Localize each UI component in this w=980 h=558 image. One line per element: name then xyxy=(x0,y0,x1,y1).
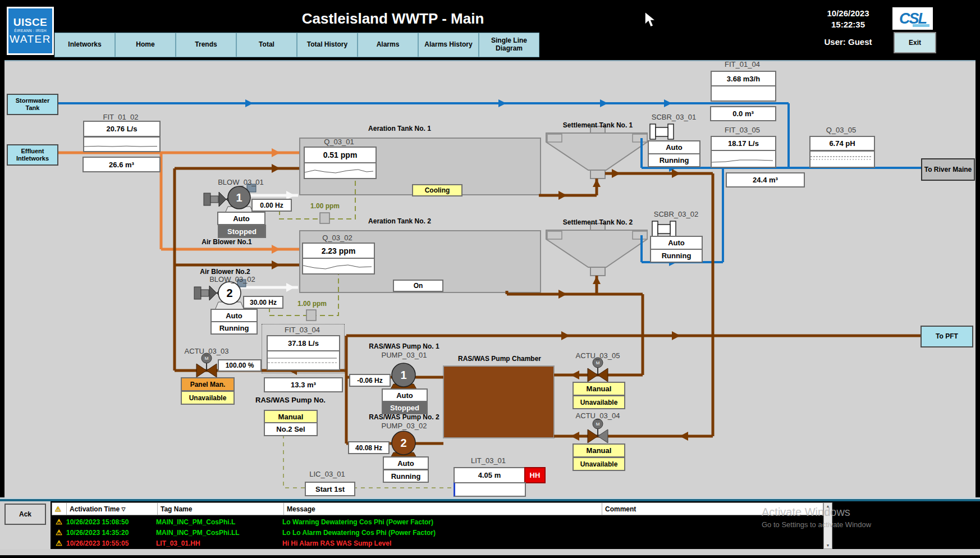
actu-03-05-state: Unavailable xyxy=(573,395,625,409)
q-03-01-trend xyxy=(304,162,377,179)
activate-windows-watermark: Activate Windows xyxy=(762,506,850,519)
actu-03-04-tag: ACTU_03_04 xyxy=(570,411,626,420)
ack-button[interactable]: Ack xyxy=(4,504,46,525)
actu-03-04-mode[interactable]: Manual xyxy=(573,443,625,458)
do-setpoint-node-1[interactable] xyxy=(320,213,329,223)
do-control-loop-1 xyxy=(280,177,355,219)
scbr-03-02-tag: SCBR_03_02 xyxy=(647,210,706,218)
col-message[interactable]: Message xyxy=(284,503,602,515)
bottom-strip xyxy=(0,549,980,555)
q-03-02-value: 2.23 ppm xyxy=(302,243,375,259)
warning-icon: ⚠ xyxy=(52,539,66,547)
blow-03-01-speed: 0.00 Hz xyxy=(251,199,292,212)
fit-01-04-total: 0.0 m³ xyxy=(710,106,776,121)
actu-03-03-tag: ACTU_03_03 xyxy=(178,347,235,355)
alarm-tag: LIT_03_01.HH xyxy=(156,539,282,547)
air-blower-2-icon[interactable]: 2 xyxy=(194,280,246,310)
pump-03-01-speed: -0.06 Hz xyxy=(349,374,391,387)
blow-03-02-mode[interactable]: Auto xyxy=(210,309,258,322)
alarm-row[interactable]: ⚠ 10/26/2023 10:55:05 LIT_03_01.HH Hi Hi… xyxy=(52,538,822,548)
actu-03-05-motor-label: M xyxy=(596,360,600,365)
scbr-03-01-mode[interactable]: Auto xyxy=(648,140,700,154)
actu-03-04-motor-label: M xyxy=(596,422,600,427)
q-03-05-tag: Q_03_05 xyxy=(809,126,873,134)
blower-2-number: 2 xyxy=(226,287,232,299)
scada-screen: UISCE ÉIREANN : IRISH WATER Castleisland… xyxy=(0,0,980,558)
col-tag-name[interactable]: Tag Name xyxy=(158,503,284,515)
sort-indicator-icon: ▽ xyxy=(121,506,125,512)
do-control-loop-2 xyxy=(269,273,338,315)
pump-03-02-mode[interactable]: Auto xyxy=(383,456,429,470)
fit-03-05-total: 24.4 m³ xyxy=(726,172,805,187)
ras-was-pump-1-name: RAS/WAS Pump No. 1 xyxy=(362,342,446,350)
fit-01-04-trend xyxy=(711,85,776,102)
air-blower-1-name: Air Blower No.1 xyxy=(199,238,255,246)
q-03-02-trend xyxy=(302,258,375,275)
scbr-03-02-mode[interactable]: Auto xyxy=(650,236,703,250)
scraper-1-icon[interactable] xyxy=(650,124,674,139)
fit-03-05-tag: FIT_03_05 xyxy=(711,126,774,134)
fit-01-04-tag: FIT_01_04 xyxy=(711,60,774,68)
fit-03-04-total: 13.3 m³ xyxy=(264,377,343,392)
blow-03-01-state: Stopped xyxy=(218,225,266,238)
node-to-river-maine[interactable]: To River Maine xyxy=(921,158,975,181)
settlement-tank-1[interactable] xyxy=(546,126,647,179)
do-setpoint-2: 1.00 ppm xyxy=(292,300,332,308)
alarm-time: 10/26/2023 15:08:50 xyxy=(66,518,156,526)
alarm-message: Hi Hi Alarm RAS WAS Sump Level xyxy=(282,539,599,547)
activate-windows-hint: Go to Settings to activate Window xyxy=(762,520,871,529)
node-stormwater-tank[interactable]: Stormwater Tank xyxy=(7,94,58,115)
aeration-tank-2-label: Aeration Tank No. 2 xyxy=(352,217,447,225)
aeration-tank-1-status: Cooling xyxy=(412,184,462,196)
lic-03-01-command: Start 1st xyxy=(305,482,355,496)
pump-03-01-state: Stopped xyxy=(382,401,428,414)
actu-03-04-state: Unavailable xyxy=(573,457,625,471)
col-activation-time[interactable]: Activation Time ▽ xyxy=(67,503,158,515)
blow-03-01-mode[interactable]: Auto xyxy=(217,212,265,225)
fit-01-02-total: 26.6 m³ xyxy=(83,157,161,172)
node-effluent-inletworks[interactable]: Effluent Intletworks xyxy=(7,144,58,166)
actu-03-05-valve-icon[interactable]: M xyxy=(588,358,608,382)
actu-03-05-tag: ACTU_03_05 xyxy=(570,351,626,360)
alarm-time: 10/26/2023 10:55:05 xyxy=(66,539,156,547)
fit-01-02-tag: FIT_01_02 xyxy=(83,113,158,121)
fit-01-02-trend xyxy=(83,136,161,152)
blow-03-01-tag: BLOW_03_01 xyxy=(215,178,267,186)
pump-03-02-state: Running xyxy=(383,469,429,483)
fit-03-05-value: 18.17 L/s xyxy=(711,136,776,151)
alarm-row[interactable]: ⚠ 10/26/2023 15:08:50 MAIN_INC_PM_CosPhi… xyxy=(52,516,822,527)
warning-icon: ⚠ xyxy=(52,503,67,515)
fit-01-04-value: 3.68 m3/h xyxy=(711,71,776,86)
pump-03-01-mode[interactable]: Auto xyxy=(382,388,428,402)
blow-03-02-state: Running xyxy=(210,321,258,335)
ras-was-pump-chamber-label: RAS/WAS Pump Chamber xyxy=(449,355,550,363)
alarm-row[interactable]: ⚠ 10/26/2023 14:35:20 MAIN_INC_PM_CosPhi… xyxy=(52,527,822,538)
actu-03-05-mode[interactable]: Manual xyxy=(573,382,625,396)
scbr-03-01-state: Running xyxy=(648,153,700,167)
pump-selector-label: RAS/WAS Pump No. xyxy=(247,396,334,404)
pump-selector-state: No.2 Sel xyxy=(264,422,318,436)
actu-03-03-mode[interactable]: Panel Man. xyxy=(181,377,235,391)
q-03-01-tag: Q_03_01 xyxy=(304,138,374,146)
ras-was-pump-chamber[interactable] xyxy=(443,366,554,438)
blow-03-02-tag: BLOW_03_02 xyxy=(207,275,258,283)
settlement-tank-2-label: Settlement Tank No. 2 xyxy=(558,218,637,226)
q-03-01-value: 0.51 ppm xyxy=(304,147,377,163)
air-blower-1-icon[interactable]: 1 xyxy=(204,184,256,214)
node-to-pft[interactable]: To PFT xyxy=(921,326,973,347)
alarm-message: Lo Lo Alarm Dewatering Cos Phi (Power Fa… xyxy=(282,529,599,537)
fit-03-05-trend xyxy=(711,150,776,168)
fit-03-04-value: 37.18 L/s xyxy=(267,335,340,351)
scroll-down-icon[interactable]: ▼ xyxy=(826,543,830,547)
pump-03-01-tag: PUMP_03_01 xyxy=(362,351,446,359)
lit-03-01-trend xyxy=(454,482,526,497)
actu-03-03-motor-label: M xyxy=(205,356,209,361)
settlement-tank-2[interactable] xyxy=(546,223,647,276)
do-setpoint-1: 1.00 ppm xyxy=(305,202,345,210)
scraper-2-icon[interactable] xyxy=(652,221,676,236)
warning-icon: ⚠ xyxy=(52,528,66,537)
pump-03-02-tag: PUMP_03_02 xyxy=(362,422,446,430)
actu-03-03-valve-icon[interactable]: M xyxy=(196,353,217,377)
do-setpoint-node-2[interactable] xyxy=(306,310,316,321)
actu-03-04-valve-icon[interactable]: M xyxy=(588,419,608,443)
